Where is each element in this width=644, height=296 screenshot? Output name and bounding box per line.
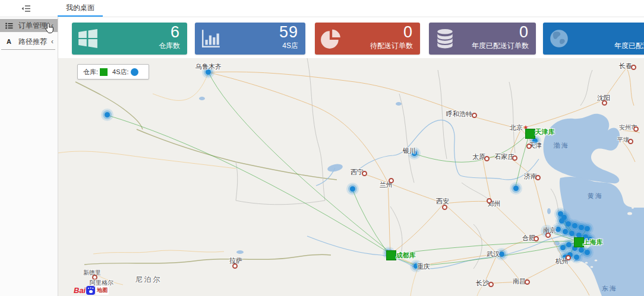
city-label: 武汉 [487,250,500,259]
main-content: 6 仓库数 59 4S店 0 待配送订单数 0 年度已配送订单数 [58,17,644,296]
sidebar: 订单管理 ‹ A 路径推荐 ‹ [0,17,58,296]
store-marker[interactable] [572,223,577,228]
city-label: 银川 [403,147,416,155]
pie-chart-icon [320,28,342,49]
stat-card[interactable]: 年度已配送 [543,23,644,55]
globe-icon [548,28,570,49]
city-marker-dot [487,198,492,203]
city-label: 西安 [436,197,449,206]
menu-fold-icon[interactable] [21,4,31,12]
legend-store-label: 4S店: [112,68,129,77]
list-icon [5,23,13,29]
city-marker-dot [362,171,367,176]
sea-label: 黄海 [588,192,603,200]
city-label: 北京 [510,123,523,132]
warehouse-label: 成都库 [396,251,416,260]
store-marker[interactable] [499,252,504,257]
city-label: 尼泊尔 [135,275,162,285]
card-label: 待配送订单数 [370,41,413,51]
city-marker-dot [512,155,517,161]
chevron-left-icon: ‹ [51,38,53,45]
tab-my-desktop[interactable]: 我的桌面 [58,0,103,17]
card-label: 仓库数 [159,41,180,51]
warehouse-label: 天津库 [535,128,555,136]
baidu-logo-text: Bai [74,286,86,295]
bar-chart-icon [200,28,222,49]
city-marker-dot [389,178,394,183]
store-marker[interactable] [574,254,579,260]
city-marker-dot [633,126,639,132]
warehouse-marker[interactable] [525,129,535,139]
city-marker-dot [545,233,551,238]
city-marker-dot [232,263,238,269]
sea-label: 东海 [602,284,617,293]
baidu-map[interactable]: 乌鲁木齐呼和浩特银川北京★天津石家庄太原济南西宁兰州西安郑州合肥南京武汉杭州重庆… [58,58,644,296]
sidebar-item-label: 订单管理 [18,21,51,31]
chevron-left-icon: ‹ [51,22,53,29]
card-value: 0 [403,23,413,42]
city-marker-dot [602,100,607,106]
city-marker-dot [526,144,532,149]
city-label: 平壤 [617,136,629,144]
legend-warehouse-swatch [100,68,108,76]
sidebar-item-route-recommend[interactable]: A 路径推荐 ‹ [0,35,58,48]
warehouse-marker[interactable] [574,237,584,247]
sidebar-divider [1,49,55,50]
font-a-icon: A [5,38,13,45]
store-marker[interactable] [566,242,572,247]
warehouse-label: 上海库 [583,238,603,247]
map-legend: 仓库: 4S店: [77,64,149,79]
city-marker-dot [628,139,633,144]
warehouse-marker[interactable] [386,250,396,260]
windows-icon [77,28,99,49]
legend-warehouse-label: 仓库: [83,68,98,77]
city-label: 呼和浩特 [446,110,472,119]
store-marker[interactable] [513,186,519,191]
store-marker[interactable] [559,218,564,224]
top-tab-bar: 我的桌面 [0,0,644,17]
city-marker-dot [525,279,530,285]
city-marker-dot [535,175,541,180]
city-label: 长沙 [476,279,489,288]
dashboard-window: 我的桌面 订单管理 ‹ A 路径推荐 ‹ 6 仓库数 [0,0,644,296]
stat-card[interactable]: 6 仓库数 [72,23,187,55]
card-value: 59 [279,23,298,42]
stat-card[interactable]: 0 年度已配送订单数 [429,23,536,55]
city-label: 石家庄 [495,152,514,161]
city-marker-dot [484,156,490,161]
city-label: 长春 [619,62,632,71]
city-marker-dot [488,282,494,287]
store-marker[interactable] [350,186,355,192]
store-marker[interactable] [585,250,590,255]
card-label: 年度已配送订单数 [472,41,529,51]
store-marker[interactable] [563,229,568,234]
city-marker-dot [533,236,539,241]
stat-card[interactable]: 59 4S店 [195,23,305,55]
legend-store-swatch [131,68,138,76]
store-marker[interactable] [555,227,561,232]
baidu-paw-icon [86,286,95,295]
store-marker[interactable] [560,245,566,250]
store-marker[interactable] [569,231,574,236]
card-label: 年度已配送 [614,41,644,51]
marker-layer: 乌鲁木齐呼和浩特银川北京★天津石家庄太原济南西宁兰州西安郑州合肥南京武汉杭州重庆… [58,58,644,296]
database-icon [434,28,456,49]
sea-label: 渤海 [554,141,569,150]
sidebar-item-label: 路径推荐 [18,37,51,47]
store-marker[interactable] [579,247,584,253]
city-label: 南昌 [513,277,526,286]
store-marker[interactable] [566,221,571,227]
city-label: 重庆 [417,262,430,271]
sidebar-item-order-management[interactable]: 订单管理 ‹ [0,19,58,32]
city-marker-dot [566,255,571,260]
card-label: 4S店 [282,41,298,51]
store-marker[interactable] [585,226,590,231]
stat-card[interactable]: 0 待配送订单数 [315,23,420,55]
baidu-map-text: 地图 [96,286,109,295]
store-marker[interactable] [579,225,584,230]
city-label: 太原 [472,152,485,161]
baidu-logo[interactable]: Bai 地图 [74,286,109,295]
card-value: 6 [171,23,180,42]
city-marker-dot [442,205,447,210]
store-marker[interactable] [105,112,110,117]
